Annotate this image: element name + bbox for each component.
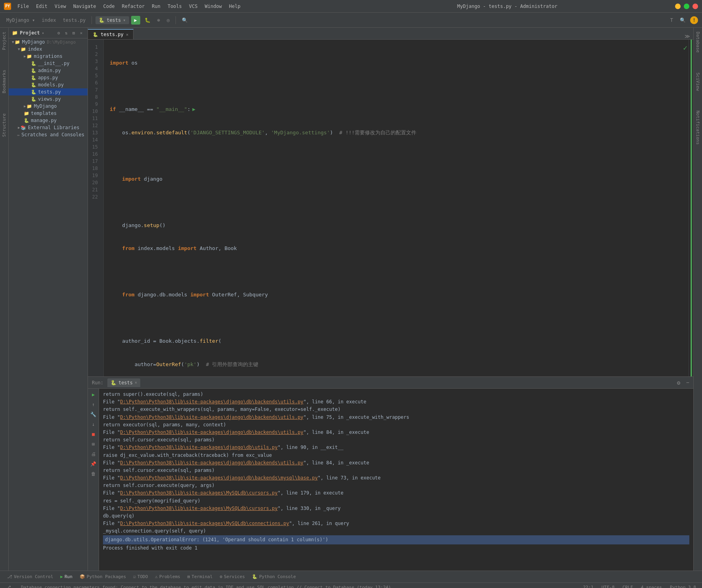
tree-item-external-libs[interactable]: ▶ 📚 External Libraries	[9, 124, 88, 131]
run-tool-play[interactable]: ▶	[90, 391, 97, 399]
link-dbutils-90[interactable]: D:\Python\Python38\lib\site-packages\dja…	[120, 445, 277, 450]
sidebar-tool-sort[interactable]: ⇅	[63, 30, 69, 36]
toolbar-index-breadcrumb[interactable]: index	[39, 16, 58, 24]
debug-button[interactable]: 🐛	[142, 16, 153, 24]
bottom-tool-version-control[interactable]: ⎇ Version Control	[4, 573, 56, 580]
tree-item-models[interactable]: 🐍 models.py	[9, 81, 88, 88]
tree-item-migrations[interactable]: ▶ 📁 migrations	[9, 53, 88, 60]
tree-item-templates[interactable]: 📁 templates	[9, 110, 88, 117]
run-tool-layout[interactable]: ⊞	[90, 440, 97, 448]
run-button[interactable]: ▶	[131, 16, 140, 25]
menu-run[interactable]: Run	[149, 3, 164, 10]
toolbar-file-breadcrumb[interactable]: tests.py	[60, 16, 88, 24]
link-utils-75[interactable]: D:\Python\Python38\lib\site-packages\dja…	[120, 414, 303, 420]
menu-vcs[interactable]: VCS	[186, 3, 201, 10]
tab-more-button[interactable]: ≫	[681, 33, 693, 39]
status-python-version[interactable]: Python 3.8	[668, 585, 698, 588]
menu-refactor[interactable]: Refactor	[118, 3, 148, 10]
menu-edit[interactable]: Edit	[33, 3, 51, 10]
tree-item-init[interactable]: 🐍 __init__.py	[9, 60, 88, 67]
py-icon-models: 🐍	[31, 82, 36, 88]
bottom-tool-python-packages[interactable]: 📦 Python Packages	[76, 573, 129, 580]
tree-item-views[interactable]: 🐍 views.py	[9, 95, 88, 103]
coverage-button[interactable]: ◎	[164, 16, 172, 24]
bottom-tool-services[interactable]: ⚙ Services	[217, 573, 248, 580]
menu-help[interactable]: Help	[226, 3, 244, 10]
tab-close-tests[interactable]: ×	[126, 32, 129, 37]
sidebar-tool-expand[interactable]: ⊞	[71, 30, 77, 36]
status-git[interactable]: ⎇	[4, 585, 13, 588]
tree-item-scratches[interactable]: ✏ Scratches and Consoles	[9, 131, 88, 138]
run-tool-up[interactable]: ↑	[90, 401, 97, 409]
run-tool-wrench[interactable]: 🔧	[90, 410, 97, 418]
bottom-tool-run[interactable]: ▶ Run	[57, 573, 76, 580]
tree-label-scratches: Scratches and Consoles	[21, 132, 84, 137]
sidebar-tool-close[interactable]: ×	[78, 30, 84, 36]
link-connections-261[interactable]: D:\Python\Python38\lib\site-packages\MyS…	[120, 521, 289, 526]
sciview-strip-label[interactable]: SciView	[694, 71, 701, 93]
menu-view[interactable]: View	[52, 3, 69, 10]
link-cursors-179[interactable]: D:\Python\Python38\lib\site-packages\MyS…	[120, 490, 277, 496]
line-num-18: 18	[88, 165, 100, 172]
status-line-ending[interactable]: CRLF	[620, 585, 635, 588]
status-position[interactable]: 22:1	[581, 585, 596, 588]
search-button[interactable]: 🔍	[179, 16, 190, 24]
line-num-4: 4	[88, 65, 100, 72]
status-message[interactable]: Database connection parameters found: Co…	[19, 585, 393, 588]
run-tool-pin[interactable]: 📌	[90, 460, 97, 468]
structure-strip-label[interactable]: Structure	[1, 111, 8, 139]
translate-button[interactable]: T	[668, 16, 675, 24]
minimize-button[interactable]: −	[675, 4, 681, 9]
run-tool-down[interactable]: ↓	[90, 420, 97, 428]
editor-tab-tests[interactable]: 🐍 tests.py ×	[88, 29, 134, 39]
run-tool-print[interactable]: 🖨	[90, 450, 97, 458]
find-button[interactable]: 🔍	[677, 16, 688, 24]
run-tool-trash[interactable]: 🗑	[90, 470, 97, 478]
bottom-tool-python-console[interactable]: 🐍 Python Console	[249, 573, 299, 580]
database-strip-label[interactable]: Database	[694, 30, 701, 55]
run-settings-gear[interactable]: ⚙	[677, 380, 680, 386]
run-tab-close[interactable]: ×	[135, 380, 137, 385]
tree-item-mydjango[interactable]: ▼ 📁 MyDjango D:\MyDjango	[9, 38, 88, 46]
link-utils-84a[interactable]: D:\Python\Python38\lib\site-packages\dja…	[120, 430, 303, 435]
status-indent[interactable]: 4 spaces	[639, 585, 664, 588]
link-utils-66[interactable]: D:\Python\Python38\lib\site-packages\dja…	[120, 399, 303, 405]
bottom-tool-problems[interactable]: ⚠ Problems	[152, 573, 183, 580]
close-button[interactable]: ×	[692, 4, 698, 9]
menu-navigate[interactable]: Navigate	[70, 3, 99, 10]
bookmarks-strip-label[interactable]: Bookmarks	[1, 68, 8, 95]
sidebar-dropdown-arrow[interactable]: ▾	[42, 31, 44, 35]
sidebar-tool-gear[interactable]: ⚙	[55, 30, 62, 36]
notifications-button[interactable]: !	[690, 16, 698, 24]
run-output[interactable]: return super().execute(sql, params) File…	[99, 389, 693, 571]
menu-window[interactable]: Window	[202, 3, 225, 10]
link-utils-84b[interactable]: D:\Python\Python38\lib\site-packages\dja…	[120, 460, 303, 466]
link-cursors-330[interactable]: D:\Python\Python38\lib\site-packages\MyS…	[120, 506, 277, 511]
menu-tools[interactable]: Tools	[164, 3, 185, 10]
code-content[interactable]: import os if __name__ == "__main__":▶ os…	[104, 40, 689, 376]
run-tool-stop[interactable]: ■	[90, 430, 97, 438]
link-mysql-base-73[interactable]: D:\Python\Python38\lib\site-packages\dja…	[120, 475, 318, 481]
tree-item-mydjango2[interactable]: ▶ 📁 MyDjango	[9, 103, 88, 110]
status-encoding[interactable]: UTF-8	[599, 585, 616, 588]
bottom-tool-terminal[interactable]: ⊞ Terminal	[184, 573, 216, 580]
code-editor[interactable]: 1 2 3 4 5 6 7 8 9 10 11 12 13 14 15 16 1…	[88, 40, 693, 376]
tree-item-index[interactable]: ▼ 📁 index	[9, 46, 88, 53]
run-tab-tests[interactable]: 🐍 tests ×	[107, 378, 140, 387]
menu-code[interactable]: Code	[100, 3, 118, 10]
right-strip: Database SciView Notifications	[693, 28, 702, 571]
maximize-button[interactable]: □	[684, 4, 689, 9]
profile-button[interactable]: ⊕	[155, 16, 162, 24]
notifications-strip-label[interactable]: Notifications	[694, 109, 701, 147]
menu-file[interactable]: File	[14, 3, 32, 10]
bottom-tool-todo[interactable]: ☑ TODO	[130, 573, 151, 580]
run-config[interactable]: 🐍 tests ▾	[95, 16, 129, 24]
tree-item-tests[interactable]: 🐍 tests.py	[9, 88, 88, 95]
tree-item-apps[interactable]: 🐍 apps.py	[9, 74, 88, 81]
toolbar-project-dropdown[interactable]: MyDjango ▾	[4, 16, 37, 24]
project-strip-label[interactable]: Project	[1, 30, 8, 52]
run-minimize-btn[interactable]: −	[686, 380, 689, 386]
tree-item-admin[interactable]: 🐍 admin.py	[9, 67, 88, 74]
tree-item-manage[interactable]: 🐍 manage.py	[9, 117, 88, 124]
code-line-8: django.setup()	[110, 221, 689, 229]
